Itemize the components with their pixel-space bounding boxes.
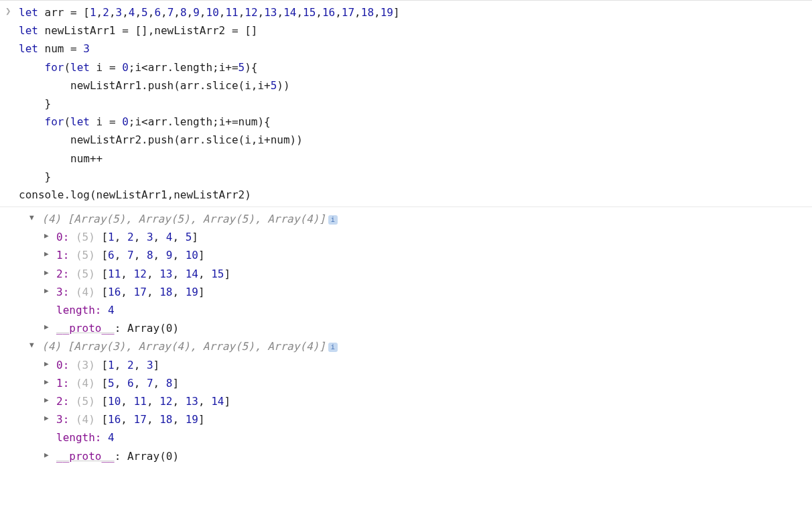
array-summary[interactable]: (4) [Array(3), Array(4), Array(5), Array… xyxy=(29,337,807,355)
code-line: let num = 3 xyxy=(19,40,807,58)
expand-toggle-icon[interactable] xyxy=(44,358,49,371)
console-output-entry: (4) [Array(5), Array(5), Array(5), Array… xyxy=(0,207,812,468)
expand-toggle-icon[interactable] xyxy=(44,321,49,334)
code-line: for(let i = 0;i<arr.length;i+=5){ xyxy=(19,58,807,76)
expand-toggle-icon[interactable] xyxy=(29,339,34,352)
array-length: length: 4 xyxy=(44,301,807,319)
code-line: num++ xyxy=(19,150,807,168)
expand-toggle-icon[interactable] xyxy=(44,412,49,425)
expand-toggle-icon[interactable] xyxy=(44,449,49,462)
array-row[interactable]: 1: (4) [5, 6, 7, 8] xyxy=(44,374,807,392)
code-line: console.log(newListArr1,newListArr2) xyxy=(19,186,807,204)
code-line: } xyxy=(19,95,807,113)
expand-toggle-icon[interactable] xyxy=(44,230,49,243)
expand-toggle-icon[interactable] xyxy=(29,212,34,225)
array-summary[interactable]: (4) [Array(5), Array(5), Array(5), Array… xyxy=(29,210,807,228)
code-line: newListArr1.push(arr.slice(i,i+5)) xyxy=(19,76,807,95)
code-block[interactable]: let arr = [1,2,3,4,5,6,7,8,9,10,11,12,13… xyxy=(19,3,807,204)
array-row[interactable]: 0: (5) [1, 2, 3, 4, 5] xyxy=(44,228,807,246)
code-line: let arr = [1,2,3,4,5,6,7,8,9,10,11,12,13… xyxy=(19,3,807,21)
array-row[interactable]: 1: (5) [6, 7, 8, 9, 10] xyxy=(44,246,807,264)
array-row[interactable]: 0: (3) [1, 2, 3] xyxy=(44,356,807,374)
array-proto[interactable]: __proto__: Array(0) xyxy=(44,319,807,337)
expand-toggle-icon[interactable] xyxy=(44,267,49,280)
info-icon[interactable]: i xyxy=(328,215,338,225)
array-length: length: 4 xyxy=(44,428,807,447)
prompt-marker: ❯ xyxy=(5,3,11,19)
console-input-entry: ❯ let arr = [1,2,3,4,5,6,7,8,9,10,11,12,… xyxy=(0,1,812,207)
array-proto[interactable]: __proto__: Array(0) xyxy=(44,447,807,465)
expand-toggle-icon[interactable] xyxy=(44,394,49,407)
array-row[interactable]: 2: (5) [11, 12, 13, 14, 15] xyxy=(44,265,807,283)
code-line: newListArr2.push(arr.slice(i,i+num)) xyxy=(19,131,807,149)
array-expanded: 0: (3) [1, 2, 3]1: (4) [5, 6, 7, 8]2: (5… xyxy=(29,356,807,465)
code-line: let newListArr1 = [],newListArr2 = [] xyxy=(19,21,807,40)
array-row[interactable]: 3: (4) [16, 17, 18, 19] xyxy=(44,283,807,301)
array-expanded: 0: (5) [1, 2, 3, 4, 5]1: (5) [6, 7, 8, 9… xyxy=(29,228,807,337)
array-row[interactable]: 2: (5) [10, 11, 12, 13, 14] xyxy=(44,392,807,410)
console-panel: ❯ let arr = [1,2,3,4,5,6,7,8,9,10,11,12,… xyxy=(0,0,812,468)
code-line: } xyxy=(19,168,807,186)
expand-toggle-icon[interactable] xyxy=(44,376,49,389)
expand-toggle-icon[interactable] xyxy=(44,248,49,261)
expand-toggle-icon[interactable] xyxy=(44,285,49,298)
info-icon[interactable]: i xyxy=(328,343,338,352)
code-line: for(let i = 0;i<arr.length;i+=num){ xyxy=(19,113,807,131)
array-row[interactable]: 3: (4) [16, 17, 18, 19] xyxy=(44,410,807,428)
